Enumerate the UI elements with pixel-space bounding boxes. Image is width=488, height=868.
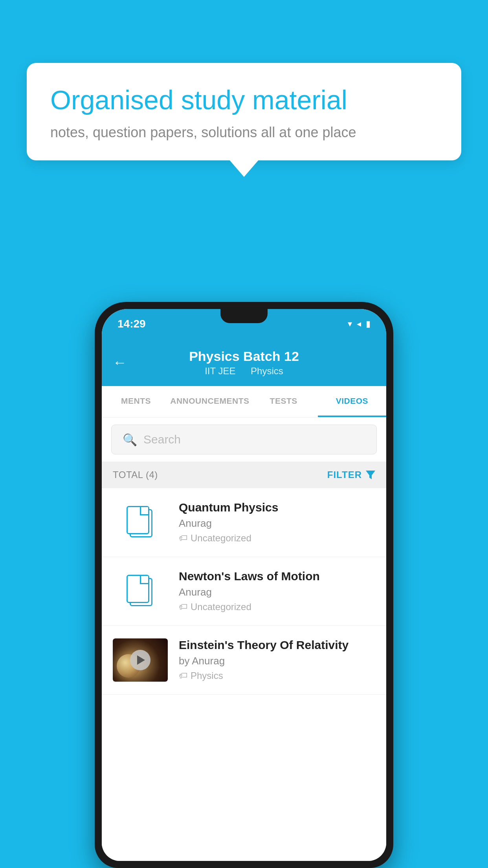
svg-marker-0 [366, 471, 375, 479]
item-thumbnail-quantum [113, 501, 168, 544]
search-bar-container: 🔍 Search [102, 417, 386, 462]
item-title: Einstein's Theory Of Relativity [179, 638, 375, 652]
content-list: Quantum Physics Anurag 🏷 Uncategorized [102, 488, 386, 861]
phone-screen: 14:29 ▾ ◂ ▮ ← Physics Batch 12 IIT JEE P… [102, 309, 386, 861]
battery-icon: ▮ [366, 319, 371, 329]
status-icons: ▾ ◂ ▮ [348, 319, 371, 329]
play-triangle-icon [137, 655, 145, 665]
tab-announcements[interactable]: ANNOUNCEMENTS [170, 386, 249, 417]
item-tag: 🏷 Uncategorized [179, 601, 375, 612]
item-info-einstein: Einstein's Theory Of Relativity by Anura… [179, 638, 375, 681]
file-icon-front [127, 575, 149, 603]
tag-label: Uncategorized [191, 533, 251, 544]
search-icon: 🔍 [123, 433, 137, 447]
play-button[interactable] [130, 650, 150, 670]
tag-label: Physics [191, 670, 223, 681]
signal-icon: ◂ [357, 319, 361, 329]
phone-frame: 14:29 ▾ ◂ ▮ ← Physics Batch 12 IIT JEE P… [95, 302, 393, 868]
screen-content: 🔍 Search TOTAL (4) FILTER [102, 417, 386, 861]
item-thumbnail-newton [113, 570, 168, 613]
item-author: Anurag [179, 517, 375, 530]
subtitle-physics: Physics [251, 366, 283, 376]
list-item[interactable]: Newton's Laws of Motion Anurag 🏷 Uncateg… [102, 557, 386, 626]
phone-notch [220, 309, 268, 323]
item-thumbnail-einstein [113, 638, 168, 682]
search-input[interactable]: 🔍 Search [111, 425, 377, 454]
app-bar-subtitle: IIT JEE Physics [202, 366, 286, 377]
item-info-quantum: Quantum Physics Anurag 🏷 Uncategorized [179, 501, 375, 544]
tab-videos[interactable]: VIDEOS [318, 386, 386, 417]
filter-label: FILTER [327, 469, 362, 480]
item-author: by Anurag [179, 655, 375, 667]
item-tag: 🏷 Physics [179, 670, 375, 681]
speech-bubble-subtitle: notes, question papers, solutions all at… [50, 124, 438, 141]
app-bar: ← Physics Batch 12 IIT JEE Physics [102, 339, 386, 386]
filter-icon [366, 471, 375, 479]
wifi-icon: ▾ [348, 319, 352, 329]
file-icon [127, 506, 154, 539]
einstein-thumb [113, 638, 168, 682]
tag-icon: 🏷 [179, 533, 187, 543]
back-button[interactable]: ← [113, 354, 127, 371]
item-author: Anurag [179, 586, 375, 598]
item-tag: 🏷 Uncategorized [179, 533, 375, 544]
item-info-newton: Newton's Laws of Motion Anurag 🏷 Uncateg… [179, 570, 375, 612]
speech-bubble-title: Organised study material [50, 84, 438, 116]
tab-ments[interactable]: MENTS [102, 386, 170, 417]
file-icon [127, 575, 154, 608]
filter-bar: TOTAL (4) FILTER [102, 462, 386, 488]
tabs: MENTS ANNOUNCEMENTS TESTS VIDEOS [102, 386, 386, 417]
tag-icon: 🏷 [179, 671, 187, 681]
total-count: TOTAL (4) [113, 469, 158, 480]
status-time: 14:29 [117, 318, 146, 330]
subtitle-iitjee: IIT JEE [205, 366, 235, 376]
list-item[interactable]: Quantum Physics Anurag 🏷 Uncategorized [102, 488, 386, 557]
tag-label: Uncategorized [191, 601, 251, 612]
speech-bubble: Organised study material notes, question… [27, 63, 461, 160]
app-bar-title: Physics Batch 12 [189, 349, 299, 364]
tab-tests[interactable]: TESTS [250, 386, 318, 417]
filter-button[interactable]: FILTER [327, 469, 375, 480]
search-placeholder: Search [143, 433, 181, 446]
list-item[interactable]: Einstein's Theory Of Relativity by Anura… [102, 626, 386, 695]
tag-icon: 🏷 [179, 602, 187, 612]
item-title: Newton's Laws of Motion [179, 570, 375, 583]
file-icon-front [127, 506, 149, 534]
item-title: Quantum Physics [179, 501, 375, 514]
